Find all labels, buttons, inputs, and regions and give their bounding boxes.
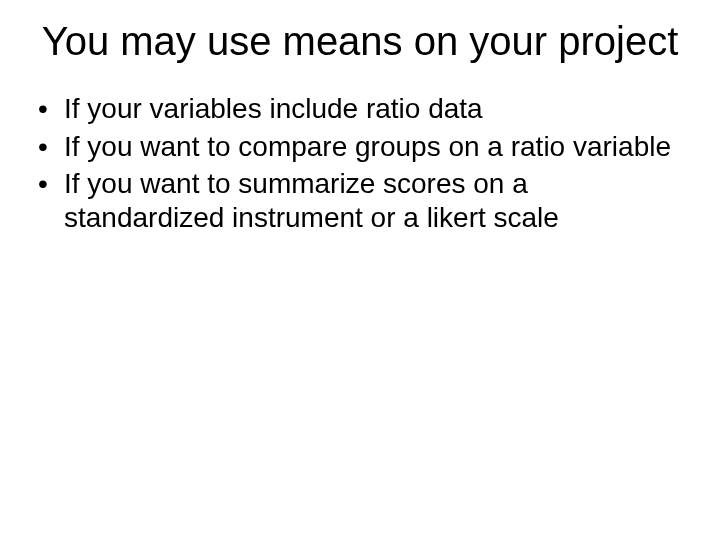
bullet-list: If your variables include ratio data If … (36, 92, 684, 234)
list-item: If you want to summarize scores on a sta… (36, 167, 684, 234)
list-item: If your variables include ratio data (36, 92, 684, 126)
list-item: If you want to compare groups on a ratio… (36, 130, 684, 164)
slide-title: You may use means on your project (36, 18, 684, 64)
slide: You may use means on your project If you… (0, 0, 720, 540)
